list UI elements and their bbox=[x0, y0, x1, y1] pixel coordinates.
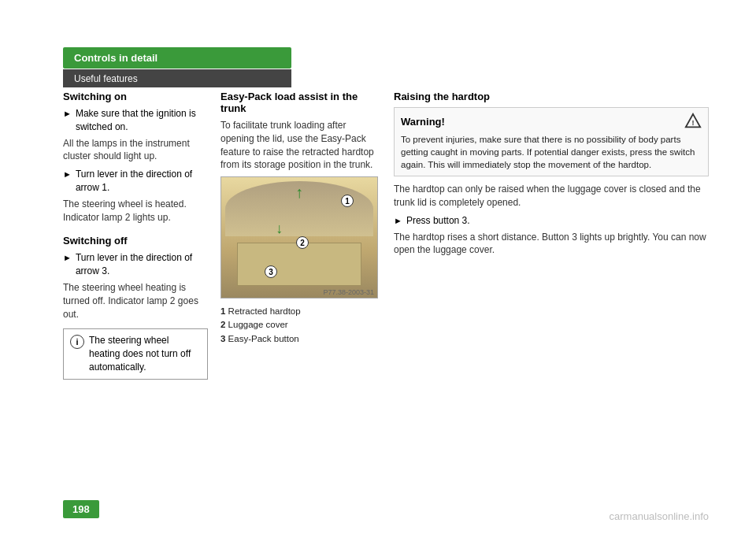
up-arrow-icon: ↑ bbox=[295, 184, 303, 202]
bullet-text-3: Turn lever in the direction of arrow 3. bbox=[76, 251, 208, 278]
warning-text: To prevent injuries, make sure that ther… bbox=[401, 133, 702, 171]
press-button-text: Press button 3. bbox=[406, 214, 709, 228]
bullet-item-2: ► Turn lever in the direction of arrow 1… bbox=[63, 168, 208, 195]
svg-text:!: ! bbox=[691, 119, 694, 127]
trunk-image: ↑ ↓ 1 2 3 P77.38-2003-31 bbox=[220, 176, 378, 299]
subcategory-header: Useful features bbox=[63, 69, 291, 87]
info-icon: i bbox=[70, 335, 84, 349]
warning-triangle-icon: ! bbox=[684, 113, 702, 130]
right-column: Raising the hardtop Warning! ! To preven… bbox=[394, 91, 709, 380]
legend-num-2: 2 bbox=[220, 320, 225, 329]
warning-header: Warning! ! bbox=[401, 113, 702, 130]
subcategory-title: Useful features bbox=[74, 73, 138, 84]
image-ref: P77.38-2003-31 bbox=[323, 288, 374, 296]
sub-text-1: All the lamps in the instrument cluster … bbox=[63, 137, 208, 164]
bullet-item-3: ► Turn lever in the direction of arrow 3… bbox=[63, 251, 208, 278]
left-column: Switching on ► Make sure that the igniti… bbox=[63, 91, 220, 380]
page-number: 198 bbox=[63, 500, 99, 518]
switching-off-heading: Switching off bbox=[63, 235, 208, 247]
watermark: carmanualsonline.info bbox=[610, 510, 709, 522]
bullet-item-press: ► Press button 3. bbox=[394, 214, 709, 228]
body-text-1: The hardtop can only be raised when the … bbox=[394, 183, 709, 210]
legend-label-2: Luggage cover bbox=[228, 320, 288, 329]
easy-pack-heading: Easy-Pack load assist in the trunk bbox=[220, 91, 381, 114]
warning-title: Warning! bbox=[401, 116, 445, 128]
mid-column: Easy-Pack load assist in the trunk To fa… bbox=[220, 91, 394, 380]
arrow-icon-press: ► bbox=[394, 215, 402, 227]
legend-item-3: 3 Easy-Pack button bbox=[220, 332, 381, 346]
down-arrow-icon: ↓ bbox=[276, 221, 283, 237]
warning-box: Warning! ! To prevent injuries, make sur… bbox=[394, 107, 709, 176]
page-container: Controls in detail Useful features Switc… bbox=[0, 0, 756, 534]
trunk-interior bbox=[237, 243, 361, 286]
columns-layout: Switching on ► Make sure that the igniti… bbox=[63, 91, 709, 380]
raising-heading: Raising the hardtop bbox=[394, 91, 709, 102]
legend-label-1: Retracted hardtop bbox=[228, 306, 301, 316]
easy-pack-intro: To facilitate trunk loading after openin… bbox=[220, 119, 381, 172]
image-legend: 1 Retracted hardtop 2 Luggage cover 3 Ea… bbox=[220, 305, 381, 346]
legend-num-1: 1 bbox=[220, 306, 225, 316]
main-content: Switching on ► Make sure that the igniti… bbox=[63, 91, 709, 471]
sub-bullet-text: The hardtop rises a short distance. Butt… bbox=[394, 231, 709, 258]
sub-text-3: The steering wheel heating is turned off… bbox=[63, 281, 208, 321]
bullet-text-2: Turn lever in the direction of arrow 1. bbox=[76, 168, 208, 195]
bullet-item-1: ► Make sure that the ignition is switche… bbox=[63, 107, 208, 134]
category-title: Controls in detail bbox=[74, 52, 158, 64]
arrow-icon-3: ► bbox=[63, 252, 72, 264]
sub-text-2: The steering wheel is heated. Indicator … bbox=[63, 198, 208, 224]
switching-on-heading: Switching on bbox=[63, 91, 208, 102]
legend-num-3: 3 bbox=[220, 334, 225, 343]
legend-item-2: 2 Luggage cover bbox=[220, 318, 381, 332]
arrow-icon-1: ► bbox=[63, 108, 72, 120]
legend-label-3: Easy-Pack button bbox=[228, 334, 299, 343]
arrow-icon-2: ► bbox=[63, 169, 72, 180]
bullet-text-1: Make sure that the ignition is switched … bbox=[76, 107, 208, 134]
category-header: Controls in detail bbox=[63, 47, 291, 69]
info-text: The steering wheel heating does not turn… bbox=[89, 334, 201, 373]
info-box: i The steering wheel heating does not tu… bbox=[63, 328, 208, 379]
legend-item-1: 1 Retracted hardtop bbox=[220, 305, 381, 318]
